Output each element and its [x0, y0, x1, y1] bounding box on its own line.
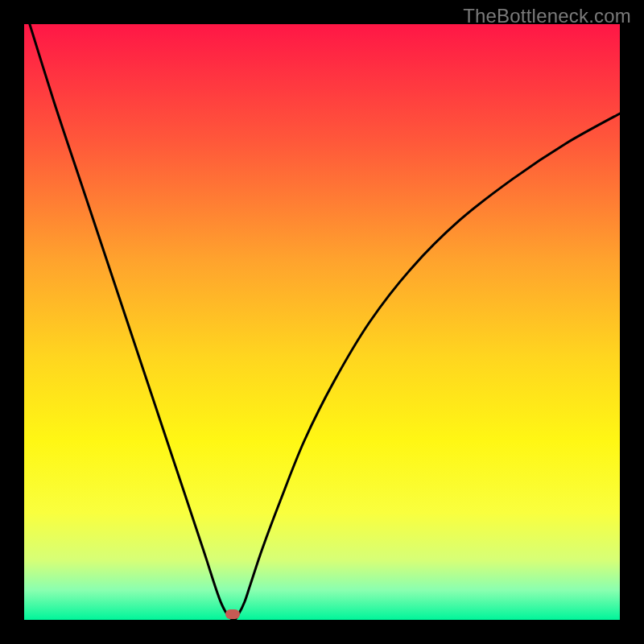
curve-layer — [24, 24, 620, 620]
watermark-text: TheBottleneck.com — [463, 5, 631, 27]
plot-area — [24, 24, 620, 620]
optimal-point-marker — [225, 609, 240, 619]
bottleneck-curve — [24, 24, 620, 620]
chart-frame: TheBottleneck.com — [0, 0, 644, 644]
